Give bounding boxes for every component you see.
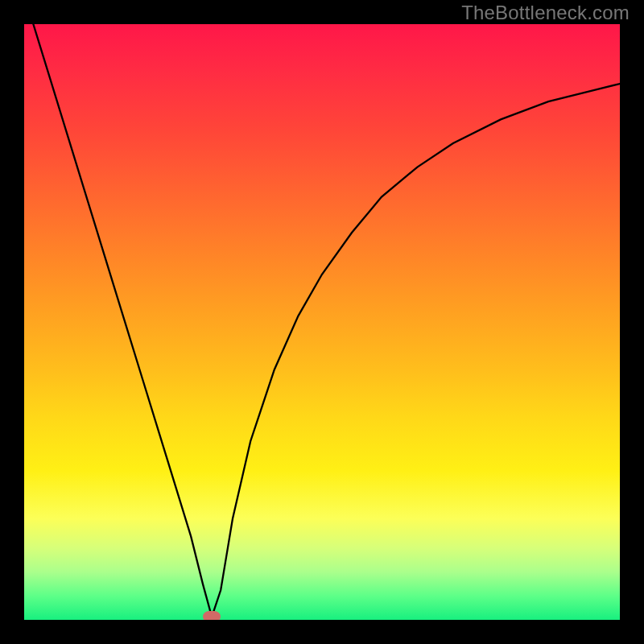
bottleneck-curve [24,24,620,620]
optimum-marker [203,611,221,620]
watermark-text: TheBottleneck.com [461,2,630,24]
plot-area [24,24,620,620]
image-frame: TheBottleneck.com [0,0,644,644]
